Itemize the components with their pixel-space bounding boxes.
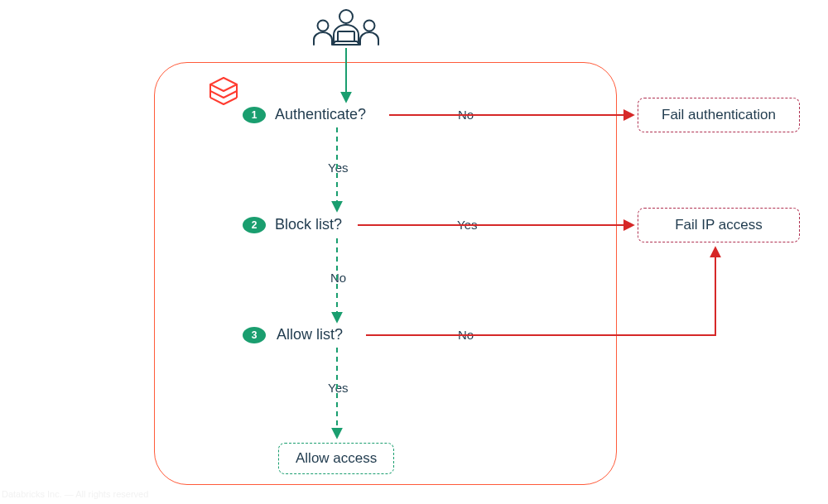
diagram-canvas: 1 Authenticate? No Yes 2 Block list? Yes…: [0, 0, 828, 504]
step-question-3: Allow list?: [277, 326, 343, 343]
step2-no-label: No: [327, 271, 349, 285]
step3-no-label: No: [455, 328, 477, 342]
step2-yes-label: Yes: [454, 218, 480, 232]
step-question-2: Block list?: [275, 216, 342, 233]
step3-yes-label: Yes: [325, 381, 351, 395]
svg-point-0: [339, 10, 353, 23]
step-badge-2: 2: [243, 217, 266, 233]
step-question-1: Authenticate?: [275, 106, 366, 123]
copyright-text: Databricks Inc. — All rights reserved: [2, 489, 148, 499]
step1-yes-label: Yes: [325, 161, 351, 175]
fail-ip-access-box: Fail IP access: [638, 208, 800, 242]
workspace-container: [154, 62, 617, 485]
step1-no-label: No: [455, 108, 477, 122]
svg-rect-1: [338, 31, 354, 41]
svg-point-2: [318, 21, 329, 31]
fail-authentication-box: Fail authentication: [638, 98, 800, 132]
step-badge-1: 1: [243, 107, 266, 123]
databricks-logo-icon: [207, 76, 240, 113]
step-badge-3: 3: [243, 327, 266, 343]
svg-point-3: [364, 21, 375, 31]
allow-access-box: Allow access: [278, 443, 394, 474]
